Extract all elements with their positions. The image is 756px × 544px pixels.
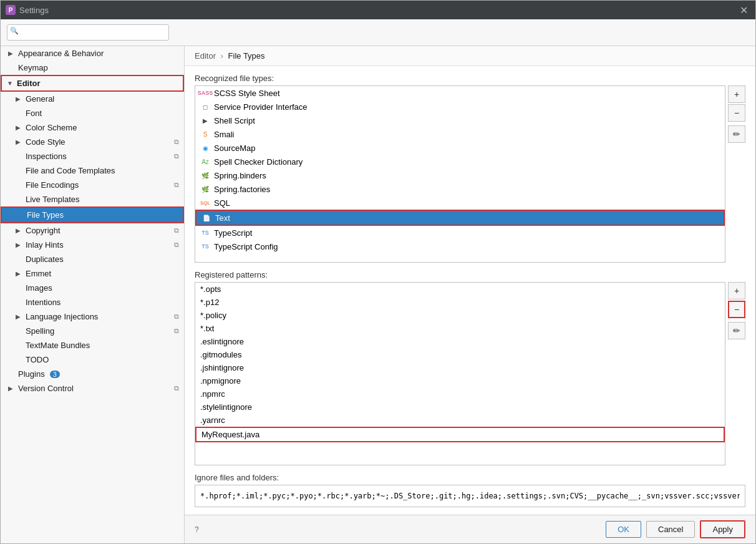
list-item[interactable]: TS TypeScript Config — [195, 240, 725, 253]
list-item[interactable]: .yarnrc — [195, 414, 725, 427]
copy-icon-inspections: ⧉ — [174, 152, 179, 160]
pattern-label: .gitmodules — [200, 350, 241, 359]
sidebar-item-textmate[interactable]: TextMate Bundles — [1, 338, 184, 352]
file-type-label: Service Provider Interface — [214, 102, 308, 112]
pattern-label: *.txt — [200, 324, 214, 333]
sidebar-item-inlay-hints[interactable]: ▶ Inlay Hints ⧉ — [1, 238, 184, 252]
recognized-list[interactable]: SASS SCSS Style Sheet ◻ Service Provider… — [195, 85, 725, 263]
remove-pattern-button[interactable]: − — [728, 301, 745, 318]
list-item-myrequest[interactable]: MyRequest.java — [195, 427, 725, 442]
chevron-right-icon: ▶ — [16, 124, 23, 131]
sidebar-item-todo[interactable]: TODO — [1, 352, 184, 367]
sidebar-item-plugins[interactable]: Plugins 3 — [1, 367, 184, 381]
list-item[interactable]: .npmrc — [195, 387, 725, 401]
file-icon-spell: Az — [200, 157, 210, 167]
sidebar-label-copyright: Copyright — [26, 226, 61, 235]
list-item[interactable]: ▶ Shell Script — [195, 114, 725, 127]
list-item[interactable]: .gitmodules — [195, 348, 725, 361]
edit-pattern-button[interactable]: ✏ — [728, 322, 745, 339]
sidebar-item-duplicates[interactable]: Duplicates — [1, 252, 184, 266]
ok-button[interactable]: OK — [606, 521, 641, 538]
file-type-label: SourceMap — [214, 143, 255, 153]
sidebar-label-code-style: Code Style — [26, 137, 65, 147]
file-type-label: Smali — [214, 130, 235, 139]
sidebar-item-intentions[interactable]: Intentions — [1, 295, 184, 309]
sidebar-label-live-templates: Live Templates — [26, 195, 79, 204]
list-item-text-selected[interactable]: 📄 Text — [195, 210, 725, 226]
sidebar-item-general[interactable]: ▶ General — [1, 92, 184, 106]
ignore-input[interactable] — [195, 485, 745, 507]
file-type-label: Spring.binders — [214, 171, 266, 180]
list-item[interactable]: SQL SQL — [195, 196, 725, 210]
file-icon-text: 📄 — [201, 213, 211, 223]
chevron-right-icon: ▶ — [16, 313, 23, 320]
chevron-right-icon: ▶ — [8, 50, 16, 57]
list-item[interactable]: .eslintignore — [195, 335, 725, 348]
sidebar-item-copyright[interactable]: ▶ Copyright ⧉ — [1, 223, 184, 238]
sidebar: ▶ Appearance & Behavior Keymap ▼ Editor … — [1, 46, 185, 543]
sidebar-item-version-control[interactable]: ▶ Version Control ⧉ — [1, 381, 184, 396]
breadcrumb-separator: › — [221, 51, 223, 61]
file-icon-sass: SASS — [200, 88, 210, 98]
sidebar-label-emmet: Emmet — [26, 269, 51, 278]
sidebar-item-live-templates[interactable]: Live Templates — [1, 192, 184, 206]
edit-recognized-button[interactable]: ✏ — [728, 125, 745, 143]
sidebar-item-language-injections[interactable]: ▶ Language Injections ⧉ — [1, 309, 184, 324]
apply-button[interactable]: Apply — [700, 520, 745, 538]
sidebar-item-file-code-templates[interactable]: File and Code Templates — [1, 163, 184, 178]
sidebar-item-file-encodings[interactable]: File Encodings ⧉ — [1, 178, 184, 192]
list-item[interactable]: *.policy — [195, 309, 725, 322]
sidebar-item-emmet[interactable]: ▶ Emmet — [1, 266, 184, 281]
list-item[interactable]: .jshintignore — [195, 361, 725, 374]
chevron-right-icon: ▶ — [16, 270, 23, 277]
list-item[interactable]: ◻ Service Provider Interface — [195, 100, 725, 114]
list-item[interactable]: *.p12 — [195, 296, 725, 309]
sidebar-item-code-style[interactable]: ▶ Code Style ⧉ — [1, 135, 184, 149]
chevron-right-icon: ▶ — [16, 227, 23, 234]
list-item[interactable]: 🌿 Spring.binders — [195, 168, 725, 182]
sidebar-item-color-scheme[interactable]: ▶ Color Scheme — [1, 120, 184, 135]
list-item[interactable]: SASS SCSS Style Sheet — [195, 86, 725, 100]
sidebar-item-file-types[interactable]: File Types — [1, 206, 184, 223]
patterns-list[interactable]: *.opts *.p12 *.policy *.txt .eslintignor… — [195, 282, 725, 465]
list-item[interactable]: *.txt — [195, 322, 725, 335]
list-item[interactable]: Az Spell Checker Dictionary — [195, 155, 725, 168]
search-input[interactable] — [7, 24, 169, 41]
file-icon-spring2: 🌿 — [200, 184, 210, 194]
title-bar: P Settings ✕ — [1, 1, 755, 19]
copy-icon-lang: ⧉ — [174, 313, 179, 321]
sidebar-label-todo: TODO — [26, 355, 49, 364]
remove-recognized-button[interactable]: − — [728, 104, 745, 122]
pattern-label: .jshintignore — [200, 363, 244, 372]
breadcrumb: Editor › File Types — [185, 46, 755, 66]
patterns-label: Registered patterns: — [195, 270, 745, 279]
sidebar-item-spelling[interactable]: Spelling ⧉ — [1, 324, 184, 338]
close-button[interactable]: ✕ — [737, 4, 750, 16]
list-item[interactable]: TS TypeScript — [195, 226, 725, 240]
sidebar-label-plugins: Plugins — [18, 369, 45, 379]
sidebar-item-appearance[interactable]: ▶ Appearance & Behavior — [1, 46, 184, 61]
chevron-down-icon: ▼ — [7, 80, 14, 87]
list-item[interactable]: S Smali — [195, 127, 725, 141]
cancel-button[interactable]: Cancel — [646, 521, 695, 538]
search-bar — [1, 19, 755, 46]
sidebar-label-file-encodings: File Encodings — [26, 180, 79, 190]
pattern-label: .npmignore — [200, 376, 241, 386]
add-pattern-button[interactable]: + — [728, 282, 745, 299]
pattern-label: MyRequest.java — [201, 430, 259, 439]
file-type-label: SQL — [214, 198, 230, 208]
add-recognized-button[interactable]: + — [728, 85, 745, 103]
pattern-label: *.policy — [200, 311, 226, 320]
sidebar-item-font[interactable]: Font — [1, 106, 184, 120]
file-icon-sourcemap: ◉ — [200, 143, 210, 153]
list-item[interactable]: ◉ SourceMap — [195, 141, 725, 155]
list-item[interactable]: *.opts — [195, 283, 725, 296]
list-item[interactable]: .stylelintignore — [195, 401, 725, 414]
list-item[interactable]: .npmignore — [195, 374, 725, 387]
sidebar-item-images[interactable]: Images — [1, 281, 184, 295]
sidebar-item-inspections[interactable]: Inspections ⧉ — [1, 149, 184, 163]
sidebar-item-editor[interactable]: ▼ Editor — [1, 75, 184, 92]
sidebar-item-keymap[interactable]: Keymap — [1, 61, 184, 75]
help-icon[interactable]: ? — [195, 525, 199, 534]
list-item[interactable]: 🌿 Spring.factories — [195, 182, 725, 196]
